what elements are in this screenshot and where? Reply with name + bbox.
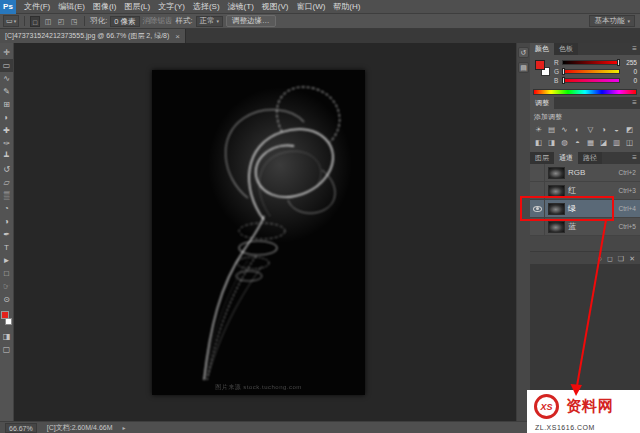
gradient-map-icon[interactable]: ▥ xyxy=(610,136,623,149)
load-selection-icon[interactable]: ○ xyxy=(598,252,602,265)
curves-icon[interactable]: ∿ xyxy=(558,123,571,136)
menu-filter[interactable]: 滤镜(T) xyxy=(224,0,258,14)
type-tool[interactable]: T xyxy=(0,241,13,254)
tool-preset-picker[interactable]: ▭ ▾ xyxy=(3,15,19,27)
document-canvas[interactable]: 图片来源 stock.tuchong.com xyxy=(152,70,365,395)
feather-input[interactable]: 0 像素 xyxy=(110,16,139,27)
threshold-icon[interactable]: ◪ xyxy=(597,136,610,149)
anti-alias-checkbox[interactable]: 消除锯齿 xyxy=(143,16,173,26)
tab-swatches[interactable]: 色板 xyxy=(554,43,578,55)
visibility-toggle[interactable] xyxy=(530,200,545,218)
menu-edit[interactable]: 编辑(E) xyxy=(54,0,89,14)
properties-panel-icon[interactable]: ▤ xyxy=(518,62,529,73)
channel-row-blue[interactable]: 蓝 Ctrl+5 xyxy=(530,218,640,236)
slider-knob[interactable] xyxy=(617,59,620,66)
color-lookup-icon[interactable]: ◍ xyxy=(558,136,571,149)
menu-type[interactable]: 文字(Y) xyxy=(154,0,189,14)
invert-icon[interactable]: ◓ xyxy=(571,136,584,149)
color-balance-icon[interactable]: ◒ xyxy=(610,123,623,136)
hue-saturation-icon[interactable]: ◑ xyxy=(597,123,610,136)
black-white-icon[interactable]: ◩ xyxy=(623,123,636,136)
brightness-contrast-icon[interactable]: ☀ xyxy=(532,123,545,136)
posterize-icon[interactable]: ▦ xyxy=(584,136,597,149)
foreground-color-swatch[interactable] xyxy=(1,311,9,319)
menu-image[interactable]: 图像(I) xyxy=(89,0,121,14)
visibility-toggle[interactable] xyxy=(530,218,545,236)
clone-stamp-tool[interactable]: ┻ xyxy=(0,150,13,163)
tab-paths[interactable]: 路径 xyxy=(578,152,602,164)
status-options-arrow-icon[interactable]: ▸ xyxy=(123,424,126,431)
levels-icon[interactable]: ▤ xyxy=(545,123,558,136)
document-tab[interactable]: [C]473731524212373555.jpg @ 66.7% (图层 2,… xyxy=(0,29,186,43)
visibility-toggle[interactable] xyxy=(530,182,545,200)
tab-layers[interactable]: 图层 xyxy=(530,152,554,164)
lasso-tool[interactable]: ∿ xyxy=(0,72,13,85)
path-selection-tool[interactable]: ► xyxy=(0,254,13,267)
background-color-swatch[interactable] xyxy=(5,318,12,325)
panel-menu-icon[interactable]: ≡ xyxy=(632,152,640,164)
selective-color-icon[interactable]: ◫ xyxy=(623,136,636,149)
history-brush-tool[interactable]: ↺ xyxy=(0,163,13,176)
healing-brush-tool[interactable]: ✚ xyxy=(0,124,13,137)
save-selection-icon[interactable]: ◻ xyxy=(607,252,613,265)
menu-window[interactable]: 窗口(W) xyxy=(292,0,329,14)
refine-edge-button[interactable]: 调整边缘… xyxy=(226,15,276,27)
add-to-selection-icon[interactable]: ◫ xyxy=(43,16,53,27)
foreground-color-swatch[interactable] xyxy=(535,60,545,70)
screen-mode-button[interactable]: ▢ xyxy=(0,343,13,356)
color-spectrum-bar[interactable] xyxy=(533,89,637,95)
zoom-tool[interactable]: ⊙ xyxy=(0,293,13,306)
pen-tool[interactable]: ✒ xyxy=(0,228,13,241)
brush-tool[interactable]: ✑ xyxy=(0,137,13,150)
exposure-icon[interactable]: ◐ xyxy=(571,123,584,136)
quick-mask-button[interactable]: ◨ xyxy=(0,330,13,343)
eraser-tool[interactable]: ▱ xyxy=(0,176,13,189)
blur-tool[interactable]: ◔ xyxy=(0,202,13,215)
channel-row-rgb[interactable]: RGB Ctrl+2 xyxy=(530,164,640,182)
workspace-switcher[interactable]: 基本功能 ▾ xyxy=(589,15,635,27)
new-channel-icon[interactable]: ❏ xyxy=(618,252,624,265)
style-dropdown[interactable]: 正常 ▾ xyxy=(196,16,224,27)
zoom-level-field[interactable]: 66.67% xyxy=(5,423,37,433)
delete-channel-icon[interactable]: ✕ xyxy=(629,252,635,265)
slider-knob[interactable] xyxy=(562,77,565,84)
green-slider[interactable] xyxy=(562,69,620,74)
channel-row-green[interactable]: 绿 Ctrl+4 xyxy=(530,200,640,218)
photo-filter-icon[interactable]: ◧ xyxy=(532,136,545,149)
red-slider[interactable] xyxy=(562,60,620,65)
menu-file[interactable]: 文件(F) xyxy=(20,0,54,14)
close-icon[interactable]: × xyxy=(175,32,180,41)
eyedropper-tool[interactable]: ◗ xyxy=(0,111,13,124)
panel-menu-icon[interactable]: ≡ xyxy=(632,97,640,109)
shape-tool[interactable]: □ xyxy=(0,267,13,280)
dodge-tool[interactable]: ◑ xyxy=(0,215,13,228)
panel-menu-icon[interactable]: ≡ xyxy=(632,43,640,55)
menu-help[interactable]: 帮助(H) xyxy=(329,0,364,14)
menu-select[interactable]: 选择(S) xyxy=(189,0,224,14)
tab-adjustments[interactable]: 调整 xyxy=(530,97,554,109)
menu-view[interactable]: 视图(V) xyxy=(258,0,293,14)
tab-channels[interactable]: 通道 xyxy=(554,152,578,164)
rectangular-marquee-tool[interactable]: ▭ xyxy=(0,59,13,72)
site-watermark: XS 资料网 ZL.XS1616.COM xyxy=(527,390,640,433)
new-selection-icon[interactable]: □ xyxy=(30,16,40,27)
blue-value[interactable]: 0 xyxy=(622,77,637,84)
gradient-tool[interactable]: ▒ xyxy=(0,189,13,202)
green-value[interactable]: 0 xyxy=(622,68,637,75)
menu-layer[interactable]: 图层(L) xyxy=(120,0,154,14)
channel-row-red[interactable]: 红 Ctrl+3 xyxy=(530,182,640,200)
channel-mixer-icon[interactable]: ◨ xyxy=(545,136,558,149)
quick-selection-tool[interactable]: ✎ xyxy=(0,85,13,98)
intersect-selection-icon[interactable]: ◳ xyxy=(69,16,79,27)
blue-slider[interactable] xyxy=(562,78,620,83)
red-value[interactable]: 255 xyxy=(622,59,637,66)
tab-color[interactable]: 颜色 xyxy=(530,43,554,55)
subtract-from-selection-icon[interactable]: ◰ xyxy=(56,16,66,27)
visibility-toggle[interactable] xyxy=(530,164,545,182)
history-panel-icon[interactable]: ↺ xyxy=(518,47,529,58)
slider-knob[interactable] xyxy=(562,68,565,75)
move-tool[interactable]: ✛ xyxy=(0,46,13,59)
vibrance-icon[interactable]: ▽ xyxy=(584,123,597,136)
hand-tool[interactable]: ☞ xyxy=(0,280,13,293)
crop-tool[interactable]: ⊞ xyxy=(0,98,13,111)
